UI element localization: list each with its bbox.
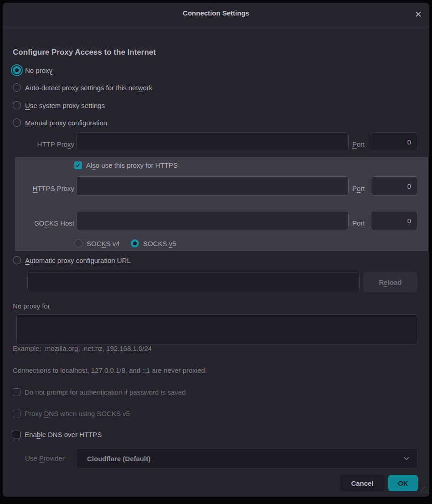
radio-label: No proxy xyxy=(25,67,52,74)
radio-icon xyxy=(13,83,21,92)
example-hint: Example: .mozilla.org, .net.nz, 192.168.… xyxy=(13,345,152,352)
resize-grip[interactable] xyxy=(421,486,427,493)
radio-label: Automatic proxy configuration URL xyxy=(25,257,131,264)
checkbox-label: Also use this proxy for HTTPS xyxy=(86,161,178,169)
radio-socks-v4[interactable]: SOCKS v4 xyxy=(74,239,120,247)
radio-icon xyxy=(13,256,21,264)
checkbox-icon xyxy=(13,388,21,396)
checkbox-checked-icon: ✓ xyxy=(74,161,82,169)
radio-auto-url[interactable]: Automatic proxy configuration URL xyxy=(13,256,131,264)
radio-icon xyxy=(13,66,21,74)
socks-port-input[interactable] xyxy=(371,211,417,230)
radio-manual[interactable]: Manual proxy configuration xyxy=(13,118,107,127)
no-proxy-for-label: No proxy for xyxy=(13,302,50,310)
reload-label: Reload xyxy=(379,278,401,286)
dialog-title: Connection Settings xyxy=(3,9,429,17)
http-port-label: Port xyxy=(352,140,365,148)
provider-dropdown[interactable]: Cloudflare (Default) xyxy=(76,448,417,468)
socks-host-label: SOCKS Host xyxy=(13,219,74,227)
ok-button[interactable]: OK xyxy=(388,475,418,491)
auto-url-input[interactable] xyxy=(27,272,360,292)
http-port-input[interactable] xyxy=(371,132,417,151)
checkbox-label: Do not prompt for authentication if pass… xyxy=(25,388,186,396)
no-proxy-for-textarea[interactable] xyxy=(16,314,417,345)
checkbox-label: Enable DNS over HTTPS xyxy=(25,431,102,438)
http-proxy-input[interactable] xyxy=(76,132,349,151)
manual-proxy-panel xyxy=(15,157,428,251)
checkbox-icon xyxy=(13,410,21,417)
http-proxy-label: HTTP Proxy xyxy=(13,140,74,148)
section-heading: Configure Proxy Access to the Internet xyxy=(13,48,156,57)
connection-settings-dialog: Connection Settings ✕ Configure Proxy Ac… xyxy=(3,3,429,497)
radio-use-system[interactable]: Use system proxy settings xyxy=(13,101,105,109)
radio-label: Auto-detect proxy settings for this netw… xyxy=(25,84,152,92)
https-port-input[interactable] xyxy=(371,176,417,195)
radio-icon xyxy=(131,239,139,247)
ok-label: OK xyxy=(398,479,408,487)
chevron-down-icon xyxy=(403,455,410,462)
reload-button[interactable]: Reload xyxy=(363,272,417,292)
radio-label: Use system proxy settings xyxy=(25,102,105,109)
checkbox-icon xyxy=(13,431,21,438)
radio-no-proxy[interactable]: No proxy xyxy=(13,66,52,74)
checkbox-proxy-dns[interactable]: Proxy DNS when using SOCKS v5 xyxy=(13,410,130,417)
checkbox-no-prompt[interactable]: Do not prompt for authentication if pass… xyxy=(13,388,186,396)
dialog-titlebar: Connection Settings ✕ xyxy=(3,3,429,26)
cancel-button[interactable]: Cancel xyxy=(340,475,385,491)
checkbox-label: Proxy DNS when using SOCKS v5 xyxy=(25,410,130,417)
radio-icon xyxy=(13,118,21,127)
https-proxy-label: HTTPS Proxy xyxy=(13,185,74,192)
titlebar-separator xyxy=(3,26,429,26)
use-provider-label: Use Provider xyxy=(25,454,65,462)
https-port-label: Port xyxy=(352,185,365,192)
checkbox-also-https[interactable]: ✓ Also use this proxy for HTTPS xyxy=(74,161,178,169)
check-icon: ✓ xyxy=(76,162,81,169)
provider-selected-value: Cloudflare (Default) xyxy=(87,455,403,463)
https-proxy-input[interactable] xyxy=(76,176,349,195)
socks-port-label: Port xyxy=(352,219,365,227)
checkbox-enable-doh[interactable]: Enable DNS over HTTPS xyxy=(13,431,102,438)
radio-label: Manual proxy configuration xyxy=(25,119,107,127)
close-icon: ✕ xyxy=(415,9,422,20)
radio-icon xyxy=(13,101,21,109)
socks-host-input[interactable] xyxy=(76,211,349,230)
radio-icon xyxy=(74,239,82,247)
radio-label: SOCKS v4 xyxy=(87,240,120,247)
radio-label: SOCKS v5 xyxy=(143,240,176,247)
localhost-hint: Connections to localhost, 127.0.0.1/8, a… xyxy=(13,366,207,374)
cancel-label: Cancel xyxy=(351,479,373,487)
radio-socks-v5[interactable]: SOCKS v5 xyxy=(131,239,176,247)
radio-auto-detect[interactable]: Auto-detect proxy settings for this netw… xyxy=(13,83,152,92)
close-button[interactable]: ✕ xyxy=(411,7,425,21)
